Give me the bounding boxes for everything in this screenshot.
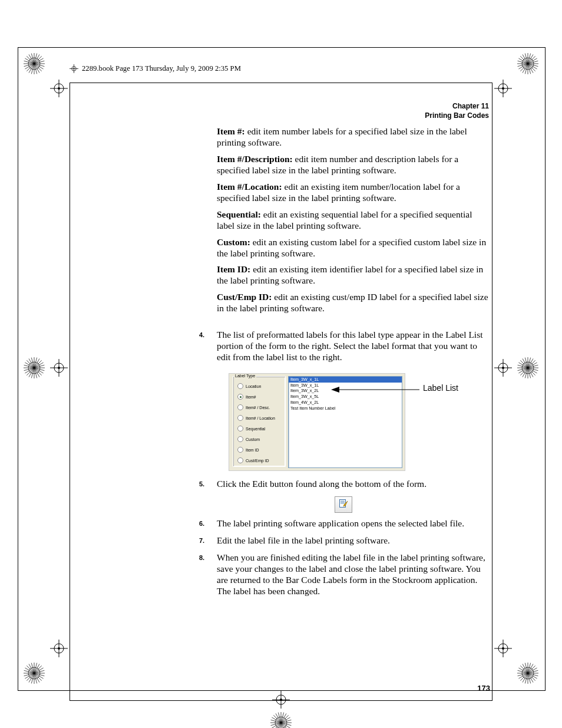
svg-point-126 [502,647,504,650]
svg-point-130 [280,699,282,701]
radio-item-loc[interactable]: Item# / Location [237,415,275,421]
page-number: 173 [477,684,490,693]
header-text: 2289.book Page 173 Thursday, July 9, 200… [82,64,241,73]
book-header-line: 2289.book Page 173 Thursday, July 9, 200… [70,64,241,73]
svg-marker-5 [331,387,339,393]
step-5-text: Click the Edit button found along the bo… [217,479,489,490]
def-item-id: Item ID: edit an existing item identifie… [217,264,489,286]
callout-label: Label List [423,383,458,393]
target-crop-icon [272,691,290,709]
step-5: 5. Click the Edit button found along the… [199,479,489,496]
radial-crop-icon [22,661,46,685]
callout-arrow [331,386,419,394]
step-8: 8. When you are finished editing the lab… [199,552,489,597]
svg-point-213 [502,367,504,369]
target-crop-icon [494,80,512,97]
radio-item-desc[interactable]: Item# / Desc. [237,404,270,410]
svg-point-184 [58,367,60,369]
radio-item-num[interactable]: Item# [237,394,256,400]
edit-button-figure [335,496,352,513]
radial-crop-icon [22,356,46,380]
svg-point-68 [502,87,504,90]
page: 2289.book Page 173 Thursday, July 9, 200… [0,0,562,728]
radial-crop-icon [269,711,293,728]
radio-sequential[interactable]: Sequential [237,426,265,431]
step-7: 7. Edit the label file in the label prin… [199,535,489,546]
radial-crop-icon [516,356,540,380]
radio-location[interactable]: Location [237,383,261,389]
target-crop-icon [50,640,68,657]
label-type-group: Label Type Location Item# Item# / Desc. … [233,375,286,469]
def-item-num: Item #: edit item number labels for a sp… [217,126,489,149]
def-cust-emp-id: Cust/Emp ID: edit an existing cust/emp I… [217,292,489,314]
def-item-desc: Item #/Description: edit item number and… [217,154,489,176]
radial-crop-icon [22,52,46,75]
def-custom: Custom: edit an existing custom label fo… [217,237,489,259]
label-type-legend: Label Type [234,374,256,378]
radio-custom[interactable]: Custom [237,436,260,442]
edit-icon [339,499,348,510]
target-icon [70,64,78,73]
list-item[interactable]: Test Item Number Label [289,406,402,411]
svg-point-97 [58,647,60,650]
def-sequential: Sequential: edit an existing sequential … [217,209,489,232]
chapter-number: Chapter 11 [217,101,489,111]
step-6: 6. The label printing software applicati… [199,518,489,529]
svg-point-39 [58,87,60,90]
step-4-text: The list of preformatted labels for this… [217,330,489,363]
step-5-number: 5. [199,479,217,490]
step-4: 4. The list of preformatted labels for t… [199,330,489,369]
radial-crop-icon [516,52,540,75]
list-item[interactable]: Item_3W_x_5L [289,394,402,400]
target-crop-icon [50,80,68,97]
chapter-title: Printing Bar Codes [217,111,489,120]
radial-crop-icon [516,661,540,685]
radio-item-id[interactable]: Item ID [237,447,259,453]
chapter-header: Chapter 11 Printing Bar Codes [217,101,489,120]
def-item-loc: Item #/Location: edit an existing item n… [217,182,489,204]
svg-point-3 [74,68,75,70]
content-column: Chapter 11 Printing Bar Codes Item #: ed… [217,101,489,319]
list-item[interactable]: Item_4W_x_2L [289,400,402,406]
target-crop-icon [50,359,68,377]
list-item[interactable]: Item_3W_x_1L [289,377,402,383]
target-crop-icon [494,359,512,377]
step-4-number: 4. [199,330,217,363]
target-crop-icon [494,640,512,657]
radio-cust-emp-id[interactable]: Cust/Emp ID [237,457,269,463]
steps-6-8: 6. The label printing software applicati… [199,518,489,602]
